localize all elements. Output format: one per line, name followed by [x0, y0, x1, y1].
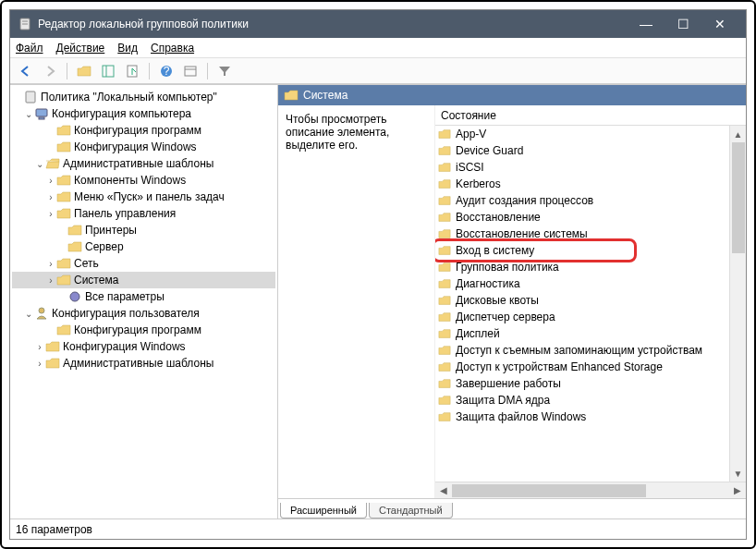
- collapse-icon[interactable]: ⌄: [23, 109, 34, 119]
- expand-icon[interactable]: ›: [45, 259, 56, 269]
- svg-text:?: ?: [164, 65, 170, 78]
- tree-server[interactable]: Сервер: [12, 238, 275, 255]
- minimize-button[interactable]: —: [628, 17, 665, 31]
- list-item[interactable]: Доступ к устройствам Enhanced Storage: [435, 359, 746, 375]
- tree-all-params[interactable]: Все параметры: [12, 288, 275, 305]
- expand-icon[interactable]: ›: [45, 192, 56, 202]
- tree-label: Меню «Пуск» и панель задач: [74, 190, 225, 203]
- tree-printers[interactable]: Принтеры: [12, 222, 275, 238]
- help-button[interactable]: ?: [156, 61, 177, 81]
- svg-rect-12: [39, 117, 44, 119]
- tree-control-panel[interactable]: ›Панель управления: [12, 205, 275, 222]
- tree-pane[interactable]: Политика "Локальный компьютер" ⌄Конфигур…: [10, 85, 278, 518]
- list-item[interactable]: Device Guard: [435, 142, 746, 159]
- tree-admin-templates[interactable]: ⌄Административные шаблоны: [12, 155, 275, 172]
- tree-user-admin-templates[interactable]: ›Административные шаблоны: [12, 355, 275, 372]
- tree-label: Компоненты Windows: [74, 174, 186, 187]
- tab-extended[interactable]: Расширенный: [280, 503, 367, 518]
- list-item-label: Восстановление: [456, 211, 541, 224]
- policy-icon: [23, 90, 38, 104]
- scroll-track[interactable]: [452, 484, 729, 497]
- folder-icon: [56, 173, 71, 188]
- folder-icon: [437, 327, 452, 340]
- expand-icon[interactable]: ›: [45, 275, 56, 286]
- menu-file[interactable]: Файл: [16, 42, 43, 55]
- tree-user-config[interactable]: ⌄Конфигурация пользователя: [12, 305, 275, 322]
- folder-icon: [437, 344, 452, 357]
- vertical-scrollbar[interactable]: ▲ ▼: [729, 126, 746, 482]
- list-item[interactable]: iSCSI: [435, 159, 746, 176]
- close-button[interactable]: ✕: [701, 17, 738, 31]
- list-item-label: Диспетчер сервера: [456, 311, 555, 323]
- collapse-icon[interactable]: ⌄: [23, 309, 34, 319]
- tab-standard[interactable]: Стандартный: [369, 503, 453, 518]
- expand-icon[interactable]: ›: [45, 209, 56, 219]
- properties-button[interactable]: [180, 61, 201, 81]
- tree-network[interactable]: ›Сеть: [12, 255, 275, 272]
- view-tabs: Расширенный Стандартный: [278, 498, 746, 518]
- list-item-label: Дисковые квоты: [456, 294, 539, 307]
- tree-label: Система: [74, 274, 118, 287]
- list-item[interactable]: Аудит создания процессов: [435, 192, 746, 209]
- list-item[interactable]: Вход в систему: [435, 242, 746, 259]
- expand-icon[interactable]: ›: [34, 342, 45, 352]
- menu-action[interactable]: Действие: [56, 42, 105, 55]
- menu-view[interactable]: Вид: [117, 42, 138, 55]
- list-item[interactable]: Завершение работы: [435, 375, 746, 392]
- tree-system[interactable]: ›Система: [12, 272, 275, 288]
- list-item[interactable]: Групповая политика: [435, 259, 746, 275]
- list-item-label: Групповая политика: [456, 261, 559, 274]
- list-item[interactable]: Защита DMA ядра: [435, 392, 746, 409]
- filter-button[interactable]: [214, 61, 235, 81]
- scroll-thumb-h[interactable]: [452, 484, 646, 497]
- back-button[interactable]: [16, 61, 36, 81]
- expand-icon[interactable]: ›: [45, 176, 56, 186]
- list-item[interactable]: Защита файлов Windows: [435, 409, 746, 425]
- list-item[interactable]: Доступ к съемным запоминающим устройства…: [435, 342, 746, 359]
- list-item[interactable]: Дисковые квоты: [435, 292, 746, 309]
- tree-start-menu[interactable]: ›Меню «Пуск» и панель задач: [12, 189, 275, 205]
- up-folder-button[interactable]: [74, 61, 94, 81]
- scroll-down-icon[interactable]: ▼: [730, 465, 746, 482]
- list-item[interactable]: Восстановление системы: [435, 226, 746, 242]
- export-button[interactable]: [122, 61, 142, 81]
- svg-point-13: [70, 292, 79, 301]
- folder-icon: [67, 239, 82, 254]
- tree-label: Сеть: [74, 257, 99, 270]
- show-tree-button[interactable]: [98, 61, 118, 81]
- list-item[interactable]: Восстановление: [435, 209, 746, 226]
- list-item[interactable]: Kerberos: [435, 176, 746, 192]
- folder-icon: [437, 244, 452, 257]
- scroll-up-icon[interactable]: ▲: [730, 126, 746, 142]
- collapse-icon[interactable]: ⌄: [34, 159, 45, 169]
- svg-rect-8: [185, 67, 196, 76]
- expand-icon[interactable]: ›: [34, 359, 45, 369]
- scroll-left-icon[interactable]: ◀: [435, 485, 452, 495]
- svg-rect-10: [26, 92, 35, 103]
- tree-windows-config[interactable]: Конфигурация Windows: [12, 139, 275, 155]
- horizontal-scrollbar[interactable]: ◀ ▶: [435, 482, 746, 498]
- tree-label: Конфигурация Windows: [63, 340, 186, 353]
- forward-button[interactable]: [40, 61, 60, 81]
- tree-root[interactable]: Политика "Локальный компьютер": [12, 89, 275, 105]
- maximize-button[interactable]: ☐: [665, 17, 701, 31]
- list-item[interactable]: App-V: [435, 126, 746, 142]
- menu-help[interactable]: Справка: [151, 42, 194, 55]
- content-area: Политика "Локальный компьютер" ⌄Конфигур…: [10, 84, 746, 518]
- tree-windows-components[interactable]: ›Компоненты Windows: [12, 172, 275, 189]
- list-item[interactable]: Дисплей: [435, 325, 746, 342]
- folder-icon: [437, 227, 452, 240]
- column-header[interactable]: Состояние: [435, 105, 746, 126]
- toolbar-separator-2: [149, 63, 150, 79]
- tree-user-windows-config[interactable]: ›Конфигурация Windows: [12, 338, 275, 355]
- tree-computer-config[interactable]: ⌄Конфигурация компьютера: [12, 105, 275, 122]
- user-icon: [34, 306, 49, 321]
- tree-program-config[interactable]: Конфигурация программ: [12, 122, 275, 139]
- list-item[interactable]: Диспетчер сервера: [435, 309, 746, 325]
- scroll-right-icon[interactable]: ▶: [729, 485, 746, 495]
- svg-rect-3: [103, 66, 114, 77]
- app-icon: [18, 17, 32, 31]
- scroll-thumb[interactable]: [732, 142, 745, 253]
- tree-user-program-config[interactable]: Конфигурация программ: [12, 322, 275, 338]
- list-item[interactable]: Диагностика: [435, 275, 746, 292]
